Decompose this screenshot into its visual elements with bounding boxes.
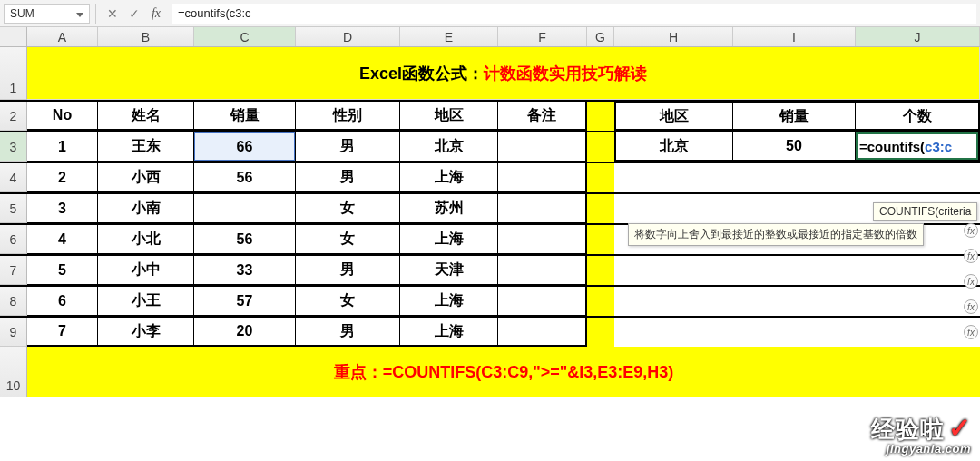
header-remark[interactable]: 备注 <box>498 102 587 131</box>
gap-cell[interactable] <box>587 256 614 285</box>
header-region[interactable]: 地区 <box>400 102 498 131</box>
gap-cell[interactable] <box>587 318 614 347</box>
cell-D4[interactable]: 男 <box>296 163 400 192</box>
cell-J7[interactable] <box>856 256 980 285</box>
name-box[interactable]: SUM <box>4 4 90 24</box>
cell-D6[interactable]: 女 <box>296 225 400 254</box>
col-header-H[interactable]: H <box>614 27 733 46</box>
cell-B4[interactable]: 小西 <box>98 163 194 192</box>
header-no[interactable]: No <box>27 102 98 131</box>
cell-H3[interactable]: 北京 <box>614 132 733 162</box>
cell-A8[interactable]: 6 <box>27 287 98 316</box>
row-header-9[interactable]: 9 <box>0 318 27 347</box>
cell-I9[interactable] <box>733 318 856 347</box>
fx-button[interactable]: fx <box>145 4 167 24</box>
cell-H9[interactable] <box>614 318 733 347</box>
cell-A6[interactable]: 4 <box>27 225 98 254</box>
cell-J9[interactable] <box>856 318 980 347</box>
row-header-8[interactable]: 8 <box>0 287 27 316</box>
col-header-G[interactable]: G <box>587 27 614 46</box>
row-header-7[interactable]: 7 <box>0 256 27 285</box>
cell-D3[interactable]: 男 <box>296 132 400 162</box>
row-header-6[interactable]: 6 <box>0 225 27 254</box>
gap-cell[interactable] <box>587 163 614 192</box>
cell-E4[interactable]: 上海 <box>400 163 498 192</box>
cell-A5[interactable]: 3 <box>27 194 98 223</box>
row-header-2[interactable]: 2 <box>0 102 27 131</box>
cell-B6[interactable]: 小北 <box>98 225 194 254</box>
header-gender[interactable]: 性别 <box>296 102 400 131</box>
col-header-E[interactable]: E <box>400 27 498 46</box>
cell-C3[interactable]: 66 <box>194 132 296 162</box>
fx-hint-icon[interactable]: fx <box>964 299 978 314</box>
cell-E9[interactable]: 上海 <box>400 318 498 347</box>
cell-C7[interactable]: 33 <box>194 256 296 285</box>
cell-H7[interactable] <box>614 256 733 285</box>
col-header-A[interactable]: A <box>27 27 98 46</box>
cell-J4[interactable] <box>856 163 980 192</box>
cell-H8[interactable] <box>614 287 733 316</box>
row-header-10[interactable]: 10 <box>0 347 27 397</box>
row-header-5[interactable]: 5 <box>0 194 27 223</box>
cell-I8[interactable] <box>733 287 856 316</box>
formula-input[interactable] <box>172 4 976 24</box>
enter-button[interactable]: ✓ <box>123 4 145 24</box>
cell-F7[interactable] <box>498 256 587 285</box>
cell-B7[interactable]: 小中 <box>98 256 194 285</box>
cell-D5[interactable]: 女 <box>296 194 400 223</box>
header-right-region[interactable]: 地区 <box>614 103 733 131</box>
cell-B3[interactable]: 王东 <box>98 132 194 162</box>
gap-cell[interactable] <box>587 225 614 254</box>
gap-cell[interactable] <box>587 194 614 223</box>
fx-hint-icon[interactable]: fx <box>964 249 978 263</box>
select-all-corner[interactable] <box>0 27 27 46</box>
cell-F8[interactable] <box>498 287 587 316</box>
cell-E6[interactable]: 上海 <box>400 225 498 254</box>
cell-H5[interactable] <box>614 194 733 223</box>
cell-E7[interactable]: 天津 <box>400 256 498 285</box>
col-header-D[interactable]: D <box>296 27 400 46</box>
fx-hint-icon[interactable]: fx <box>964 325 978 339</box>
col-header-J[interactable]: J <box>856 27 980 46</box>
cell-F6[interactable] <box>498 225 587 254</box>
cell-A4[interactable]: 2 <box>27 163 98 192</box>
cell-C8[interactable]: 57 <box>194 287 296 316</box>
cell-C9[interactable]: 20 <box>194 318 296 347</box>
cell-F5[interactable] <box>498 194 587 223</box>
gap-cell[interactable] <box>587 132 614 162</box>
cell-J8[interactable] <box>856 287 980 316</box>
col-header-B[interactable]: B <box>98 27 194 46</box>
cell-E3[interactable]: 北京 <box>400 132 498 162</box>
cell-I5[interactable] <box>733 194 856 223</box>
cell-E8[interactable]: 上海 <box>400 287 498 316</box>
col-header-F[interactable]: F <box>498 27 587 46</box>
fx-hint-icon[interactable]: fx <box>964 274 978 289</box>
cell-I3[interactable]: 50 <box>733 132 856 162</box>
header-right-sales[interactable]: 销量 <box>733 103 856 131</box>
cell-I7[interactable] <box>733 256 856 285</box>
cell-I4[interactable] <box>733 163 856 192</box>
cell-D8[interactable]: 女 <box>296 287 400 316</box>
gap-cell[interactable] <box>587 102 614 131</box>
cell-E5[interactable]: 苏州 <box>400 194 498 223</box>
cell-C6[interactable]: 56 <box>194 225 296 254</box>
header-sales[interactable]: 销量 <box>194 102 296 131</box>
cancel-button[interactable]: ✕ <box>102 4 123 24</box>
cell-H4[interactable] <box>614 163 733 192</box>
cell-A7[interactable]: 5 <box>27 256 98 285</box>
cell-J3-editing[interactable]: =countifs(c3:c <box>856 132 980 162</box>
gap-cell[interactable] <box>587 287 614 316</box>
cell-A9[interactable]: 7 <box>27 318 98 347</box>
cell-D9[interactable]: 男 <box>296 318 400 347</box>
cell-D7[interactable]: 男 <box>296 256 400 285</box>
row-header-4[interactable]: 4 <box>0 163 27 192</box>
cell-B8[interactable]: 小王 <box>98 287 194 316</box>
cell-F4[interactable] <box>498 163 587 192</box>
fx-hint-icon[interactable]: fx <box>964 223 978 238</box>
cell-C5[interactable] <box>194 194 296 223</box>
cell-C4[interactable]: 56 <box>194 163 296 192</box>
header-right-count[interactable]: 个数 <box>856 103 980 131</box>
row-header-1[interactable]: 1 <box>0 47 27 100</box>
row-header-3[interactable]: 3 <box>0 132 27 162</box>
cell-B9[interactable]: 小李 <box>98 318 194 347</box>
